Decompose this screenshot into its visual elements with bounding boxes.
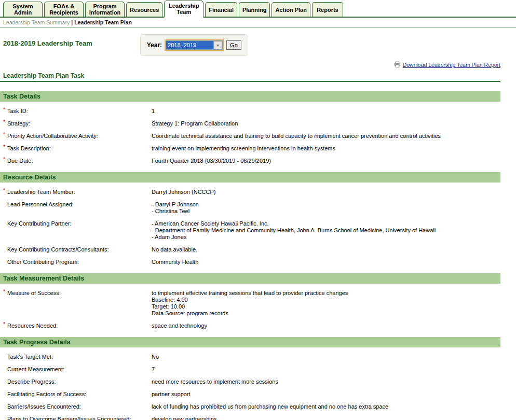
required-marker: * bbox=[3, 144, 5, 150]
tab-system-admin[interactable]: System Admin bbox=[3, 2, 43, 17]
field-label: Key Contributing Partner: bbox=[3, 220, 152, 241]
field-row-resources-needed: *Resources Needed: space and technology bbox=[3, 323, 500, 329]
field-label: *Strategy: bbox=[3, 120, 152, 127]
field-value: Community Health bbox=[152, 259, 500, 265]
field-row-facilitating-factors: Facilitating Factors of Success: partner… bbox=[3, 391, 500, 398]
field-label: *Task Description: bbox=[3, 145, 152, 152]
printer-icon bbox=[394, 61, 401, 68]
field-value: No data available. bbox=[152, 246, 500, 253]
field-row-key-contributing-partner: Key Contributing Partner: - American Can… bbox=[3, 220, 500, 241]
field-label: Barriers/Issues Encountered: bbox=[3, 403, 152, 410]
field-label: Current Measurement: bbox=[3, 366, 152, 373]
field-row-barriers-issues: Barriers/Issues Encountered: lack of fun… bbox=[3, 403, 500, 410]
tab-leadership-team[interactable]: Leadership Team bbox=[164, 1, 203, 18]
plan-task-header: Leadership Team Plan Task bbox=[0, 70, 500, 82]
field-row-current-measurement: Current Measurement: 7 bbox=[3, 366, 500, 373]
required-marker: * bbox=[3, 187, 5, 194]
field-row-leadership-team-member: *Leadership Team Member: Darryl Johnson … bbox=[3, 189, 500, 195]
field-label: Describe Progress: bbox=[3, 379, 152, 385]
page-header: 2018-2019 Leadership Team Year: 2018–201… bbox=[0, 28, 516, 56]
field-row-other-contributing-program: Other Contributing Program: Community He… bbox=[3, 259, 500, 265]
field-row-strategy: *Strategy: Strategy 1: Program Collabora… bbox=[3, 120, 500, 127]
field-label: Task's Target Met: bbox=[3, 354, 152, 360]
section-header-task-details: Task Details bbox=[0, 91, 500, 102]
field-label: Facilitating Factors of Success: bbox=[3, 391, 152, 398]
field-value: develop new partnerships bbox=[152, 416, 500, 420]
breadcrumb-current: Leadership Team Plan bbox=[74, 19, 132, 25]
required-marker: * bbox=[3, 106, 5, 113]
field-value: need more resources to implement more se… bbox=[152, 379, 500, 385]
field-row-describe-progress: Describe Progress: need more resources t… bbox=[3, 379, 500, 385]
year-selector-panel: Year: 2018–2019 Go bbox=[140, 34, 248, 56]
field-label: *Measure of Success: bbox=[3, 290, 152, 317]
field-value: Coordinate technical assistance and trai… bbox=[152, 133, 500, 139]
field-value: 1 bbox=[152, 108, 500, 115]
field-value: space and technology bbox=[152, 323, 500, 329]
field-label: *Task ID: bbox=[3, 108, 152, 115]
field-value: Fourth Quarter 2018 (03/30/2019 - 06/29/… bbox=[152, 158, 500, 164]
tab-resources[interactable]: Resources bbox=[126, 2, 162, 17]
download-report-link[interactable]: Download Leadership Team Plan Report bbox=[394, 61, 500, 68]
required-marker: * bbox=[3, 321, 5, 328]
field-label: *Due Date: bbox=[3, 158, 152, 164]
field-row-task-id: *Task ID: 1 bbox=[3, 108, 500, 115]
field-label: Plans to Overcome Barriers/Issues Encoun… bbox=[3, 416, 152, 420]
field-row-key-contracts-consultants: Key Contributing Contracts/Consultants: … bbox=[3, 246, 500, 253]
field-row-priority-action: *Priority Action/Collaborative Activity:… bbox=[3, 133, 500, 139]
section-header-resource-details: Resource Details bbox=[0, 172, 500, 183]
page-title: 2018-2019 Leadership Team bbox=[3, 39, 92, 47]
tab-financial[interactable]: Financial bbox=[205, 2, 237, 17]
tab-action-plan[interactable]: Action Plan bbox=[271, 2, 310, 17]
field-value: partner support bbox=[152, 391, 500, 398]
required-marker: * bbox=[3, 156, 5, 163]
field-row-due-date: *Due Date: Fourth Quarter 2018 (03/30/20… bbox=[3, 158, 500, 164]
year-select-wrap: 2018–2019 bbox=[165, 39, 224, 51]
field-row-measure-of-success: *Measure of Success: to implement effect… bbox=[3, 290, 500, 317]
breadcrumb-link-summary[interactable]: Leadership Team Summary bbox=[3, 19, 70, 25]
field-value: training event on implementing screening… bbox=[152, 145, 500, 152]
section-header-task-progress: Task Progress Details bbox=[0, 337, 500, 347]
download-report-label: Download Leadership Team Plan Report bbox=[403, 62, 500, 68]
required-marker: * bbox=[3, 119, 5, 125]
tab-planning[interactable]: Planning bbox=[239, 2, 270, 17]
year-label: Year: bbox=[147, 41, 162, 49]
go-button[interactable]: Go bbox=[226, 40, 241, 50]
required-marker: * bbox=[3, 131, 5, 138]
field-label: Other Contributing Program: bbox=[3, 259, 152, 265]
field-value: - American Cancer Society Hawaii Pacific… bbox=[152, 220, 500, 241]
tab-foas-recipients[interactable]: FOAs & Recipients bbox=[44, 2, 84, 17]
section-header-task-measurement: Task Measurement Details bbox=[0, 273, 500, 284]
tab-program-information[interactable]: Program Information bbox=[85, 2, 125, 17]
field-value: to implement effective training sessions… bbox=[152, 290, 500, 317]
field-row-plans-overcome-barriers: Plans to Overcome Barriers/Issues Encoun… bbox=[3, 416, 500, 420]
field-value: Strategy 1: Program Collaboration bbox=[152, 120, 500, 127]
field-value: No bbox=[152, 354, 500, 360]
field-value: 7 bbox=[152, 366, 500, 373]
field-value: Darryl Johnson (NCCCP) bbox=[152, 189, 500, 195]
year-select[interactable]: 2018–2019 bbox=[166, 40, 223, 50]
breadcrumb-separator: | bbox=[71, 19, 73, 25]
field-label: *Resources Needed: bbox=[3, 323, 152, 329]
field-label: *Leadership Team Member: bbox=[3, 189, 152, 195]
tab-reports[interactable]: Reports bbox=[312, 2, 343, 17]
required-marker: * bbox=[3, 288, 5, 295]
download-row: Download Leadership Team Plan Report bbox=[0, 56, 516, 70]
field-value: - Darryl P Johnson - Christina Teel bbox=[152, 201, 500, 215]
field-label: *Priority Action/Collaborative Activity: bbox=[3, 133, 152, 139]
field-row-target-met: Task's Target Met: No bbox=[3, 354, 500, 360]
field-label: Lead Personnel Assigned: bbox=[3, 201, 152, 215]
breadcrumb: Leadership Team Summary|Leadership Team … bbox=[0, 18, 516, 28]
field-value: lack of funding has prohibited us from p… bbox=[152, 403, 500, 410]
field-label: Key Contributing Contracts/Consultants: bbox=[3, 246, 152, 253]
field-row-task-description: *Task Description: training event on imp… bbox=[3, 145, 500, 152]
field-row-lead-personnel: Lead Personnel Assigned: - Darryl P John… bbox=[3, 201, 500, 215]
top-tab-bar: System Admin FOAs & Recipients Program I… bbox=[0, 0, 516, 18]
